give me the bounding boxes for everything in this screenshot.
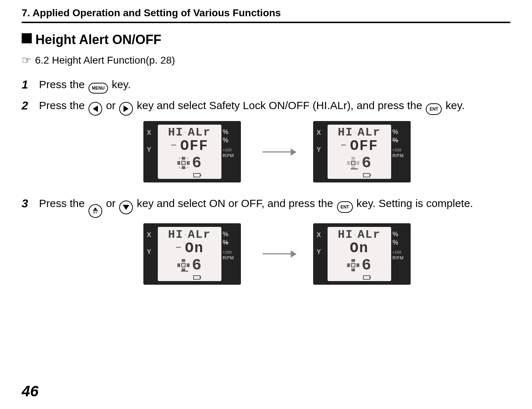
step-number: 1: [22, 76, 39, 93]
page-number: 46: [22, 383, 39, 400]
right-arrow-key-icon: [119, 102, 133, 116]
square-bullet-icon: [22, 33, 32, 43]
cross-reference: ☞ 6.2 Height Alert Function(p. 28): [22, 55, 510, 66]
y-label: Y: [317, 146, 328, 154]
percent-label-struck: %: [223, 239, 229, 246]
cross-reference-text: 6.2 Height Alert Function(p. 28): [35, 55, 175, 66]
battery-icon: [193, 173, 200, 177]
lcd-digit: 6: [362, 155, 371, 171]
step-text: Press the: [39, 78, 88, 90]
step-2: 2 Press the or key and select Safety Loc…: [22, 97, 510, 116]
step-text: key. Setting is complete.: [356, 197, 473, 209]
device-screen: X Y HI.ALr On 6 % %: [313, 223, 411, 285]
x100-label: ×100: [393, 250, 402, 254]
percent-label: %: [393, 128, 398, 136]
percent-label-struck: %: [393, 137, 398, 144]
cursor-underline-icon: [181, 271, 188, 272]
x-label: X: [147, 129, 158, 137]
flow-arrow-icon: [255, 151, 299, 152]
step-text: Press the: [39, 197, 88, 209]
step-3: 3 Press the XY or key and select ON or O…: [22, 195, 510, 218]
dpad-icon: [177, 259, 190, 271]
x-label: X: [317, 129, 328, 137]
step-number: 3: [22, 195, 39, 212]
section-title-text: Height Alert ON/OFF: [35, 32, 161, 47]
lcd-line2: –OFF: [170, 139, 208, 154]
step-body: Press the XY or key and select ON or OFF…: [39, 195, 510, 218]
lcd-line2: On: [350, 241, 368, 256]
lcd-line2: –OFF: [340, 139, 378, 154]
lcd-line2: –On: [175, 241, 204, 256]
step-body: Press the MENU key.: [39, 76, 510, 94]
step-1: 1 Press the MENU key.: [22, 76, 510, 94]
lcd-digit: 6: [192, 155, 201, 171]
x100-label: ×100: [393, 148, 402, 152]
flow-arrow-icon: [255, 253, 299, 254]
device-screen: X Y HI.ALr –On 6 %: [143, 223, 241, 285]
x-label: X: [317, 231, 328, 239]
step-text: Press the: [39, 99, 88, 111]
step-text: key and select Safety Lock ON/OFF (HI.AL…: [137, 99, 425, 111]
down-arrow-key-icon: [119, 201, 133, 214]
lcd-digit: 6: [362, 257, 371, 273]
xy-up-key-icon: XY: [88, 204, 102, 218]
dpad-icon: [347, 157, 359, 169]
lcd-line1: HI.ALr: [338, 127, 380, 138]
step-text: key.: [112, 78, 131, 90]
x100-label: ×100: [223, 250, 232, 254]
step-text: key.: [446, 99, 465, 111]
pointer-hand-icon: ☞: [22, 55, 31, 66]
screens-row-2: X Y HI.ALr –On 6 %: [22, 223, 510, 285]
lcd-digit: 6: [192, 257, 201, 273]
rpm-label: RPM: [393, 153, 404, 158]
step-text: or: [106, 99, 118, 111]
ent-key-icon: ENT: [426, 103, 442, 115]
ent-key-icon: ENT: [337, 201, 353, 213]
chapter-heading: 7. Applied Operation and Setting of Vari…: [22, 0, 510, 23]
dpad-icon: [177, 157, 190, 169]
rpm-label: RPM: [223, 255, 234, 261]
battery-icon: [193, 275, 200, 280]
percent-label: %: [223, 231, 229, 238]
y-label: Y: [317, 248, 328, 256]
device-screen: X Y HI.ALr –OFF 6 %: [313, 121, 411, 182]
percent-label: %: [393, 239, 398, 246]
battery-icon: [363, 173, 370, 177]
x100-label: ×100: [223, 148, 232, 152]
device-screen: X Y HI.ALr –OFF 6: [143, 121, 241, 182]
step-text: or: [106, 197, 118, 209]
left-arrow-key-icon: [88, 102, 102, 116]
section-title: Height Alert ON/OFF: [22, 32, 510, 47]
rpm-label: RPM: [223, 153, 234, 158]
step-text: key and select ON or OFF, and press the: [137, 197, 336, 209]
step-number: 2: [22, 97, 39, 114]
step-body: Press the or key and select Safety Lock …: [39, 97, 510, 116]
rpm-label: RPM: [393, 255, 404, 261]
battery-icon: [363, 275, 370, 280]
screens-row-1: X Y HI.ALr –OFF 6: [22, 121, 510, 182]
cursor-underline-icon: [351, 168, 358, 169]
lcd-line1: HI.ALr: [168, 127, 211, 138]
percent-label: %: [223, 128, 229, 136]
percent-label: %: [223, 137, 229, 144]
y-label: Y: [147, 248, 158, 256]
menu-key-icon: MENU: [88, 83, 108, 94]
y-label: Y: [147, 146, 158, 154]
lcd-line1: HI.ALr: [338, 229, 380, 241]
x-label: X: [147, 231, 158, 239]
lcd-line1: HI.ALr: [168, 229, 211, 241]
percent-label: %: [393, 231, 398, 238]
dpad-icon: [347, 259, 359, 271]
